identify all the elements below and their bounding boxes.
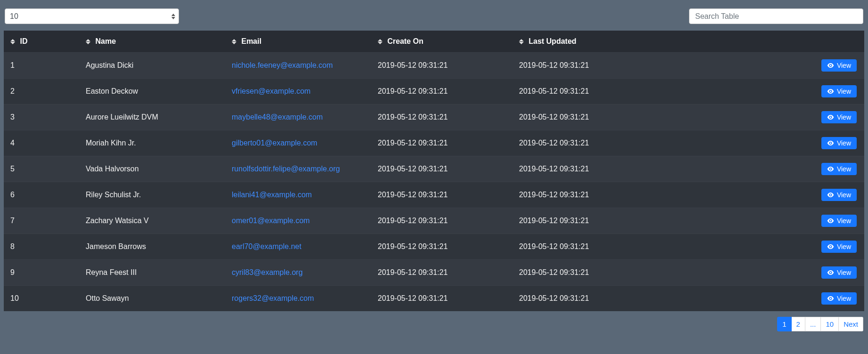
page-size-select[interactable]: 10 bbox=[5, 8, 179, 24]
email-link[interactable]: gilberto01@example.com bbox=[232, 139, 317, 147]
cell-action: View bbox=[654, 182, 864, 208]
page-2[interactable]: 2 bbox=[792, 317, 805, 331]
view-button[interactable]: View bbox=[821, 241, 857, 253]
sort-icon bbox=[232, 39, 236, 44]
view-button[interactable]: View bbox=[821, 163, 857, 175]
view-button[interactable]: View bbox=[821, 215, 857, 227]
svg-point-0 bbox=[830, 64, 831, 66]
page-next[interactable]: Next bbox=[839, 317, 863, 331]
pagination-row: 12...10Next bbox=[4, 317, 864, 331]
cell-created: 2019-05-12 09:31:21 bbox=[371, 208, 512, 234]
cell-email: gilberto01@example.com bbox=[225, 130, 371, 156]
search-input[interactable] bbox=[689, 8, 863, 24]
email-link[interactable]: earl70@example.net bbox=[232, 242, 301, 250]
cell-name: Reyna Feest III bbox=[79, 260, 225, 286]
page-ellipsis: ... bbox=[805, 317, 821, 331]
table-row: 1Agustina Dickinichole.feeney@example.co… bbox=[4, 53, 864, 79]
email-link[interactable]: rogers32@example.com bbox=[232, 294, 314, 302]
svg-point-5 bbox=[830, 194, 831, 195]
cell-id: 10 bbox=[4, 286, 79, 312]
eye-icon bbox=[827, 166, 834, 172]
table-row: 3Aurore Lueilwitz DVMmaybelle48@example.… bbox=[4, 105, 864, 130]
cell-updated: 2019-05-12 09:31:21 bbox=[512, 182, 654, 208]
email-link[interactable]: runolfsdottir.felipe@example.org bbox=[232, 165, 340, 173]
table-row: 5Vada Halvorsonrunolfsdottir.felipe@exam… bbox=[4, 156, 864, 182]
cell-action: View bbox=[654, 130, 864, 156]
cell-name: Moriah Kihn Jr. bbox=[79, 130, 225, 156]
column-header-created[interactable]: Create On bbox=[371, 31, 512, 53]
table-row: 6Riley Schulist Jr.leilani41@example.com… bbox=[4, 182, 864, 208]
view-button[interactable]: View bbox=[821, 111, 857, 123]
svg-point-1 bbox=[830, 90, 831, 92]
email-link[interactable]: leilani41@example.com bbox=[232, 191, 312, 199]
cell-action: View bbox=[654, 105, 864, 130]
cell-created: 2019-05-12 09:31:21 bbox=[371, 130, 512, 156]
email-link[interactable]: omer01@example.com bbox=[232, 217, 310, 225]
cell-updated: 2019-05-12 09:31:21 bbox=[512, 156, 654, 182]
cell-action: View bbox=[654, 53, 864, 79]
email-link[interactable]: maybelle48@example.com bbox=[232, 113, 323, 121]
svg-point-6 bbox=[830, 220, 831, 221]
column-header-id[interactable]: ID bbox=[4, 31, 79, 53]
cell-email: earl70@example.net bbox=[225, 234, 371, 260]
page-10[interactable]: 10 bbox=[821, 317, 839, 331]
cell-email: runolfsdottir.felipe@example.org bbox=[225, 156, 371, 182]
column-header-email[interactable]: Email bbox=[225, 31, 371, 53]
cell-created: 2019-05-12 09:31:21 bbox=[371, 53, 512, 79]
column-header-action bbox=[654, 31, 864, 53]
cell-email: vfriesen@example.com bbox=[225, 79, 371, 105]
cell-id: 3 bbox=[4, 105, 79, 130]
view-button[interactable]: View bbox=[821, 266, 857, 279]
view-button[interactable]: View bbox=[821, 292, 857, 305]
table-row: 2Easton Deckowvfriesen@example.com2019-0… bbox=[4, 79, 864, 105]
email-link[interactable]: vfriesen@example.com bbox=[232, 87, 310, 95]
table-header-row: ID Name Email Create On Last Updated bbox=[4, 31, 864, 53]
eye-icon bbox=[827, 140, 834, 146]
cell-name: Zachary Watsica V bbox=[79, 208, 225, 234]
view-button[interactable]: View bbox=[821, 137, 857, 149]
cell-id: 6 bbox=[4, 182, 79, 208]
cell-id: 1 bbox=[4, 53, 79, 79]
view-button-label: View bbox=[837, 113, 851, 121]
eye-icon bbox=[827, 63, 834, 68]
email-link[interactable]: nichole.feeney@example.com bbox=[232, 61, 333, 69]
view-button-label: View bbox=[837, 88, 851, 95]
svg-point-4 bbox=[830, 168, 831, 169]
cell-action: View bbox=[654, 156, 864, 182]
view-button[interactable]: View bbox=[821, 85, 857, 97]
cell-name: Vada Halvorson bbox=[79, 156, 225, 182]
table-row: 8Jameson Barrowsearl70@example.net2019-0… bbox=[4, 234, 864, 260]
data-table: ID Name Email Create On Last Updated 1Ag… bbox=[4, 31, 864, 311]
cell-email: nichole.feeney@example.com bbox=[225, 53, 371, 79]
cell-id: 4 bbox=[4, 130, 79, 156]
view-button[interactable]: View bbox=[821, 189, 857, 201]
table-row: 7Zachary Watsica Vomer01@example.com2019… bbox=[4, 208, 864, 234]
cell-action: View bbox=[654, 208, 864, 234]
column-header-updated[interactable]: Last Updated bbox=[512, 31, 654, 53]
pagination: 12...10Next bbox=[777, 317, 863, 331]
email-link[interactable]: cyril83@example.org bbox=[232, 268, 303, 276]
cell-name: Riley Schulist Jr. bbox=[79, 182, 225, 208]
eye-icon bbox=[827, 88, 834, 94]
sort-icon bbox=[10, 39, 15, 44]
view-button[interactable]: View bbox=[821, 59, 857, 72]
table-row: 9Reyna Feest IIIcyril83@example.org2019-… bbox=[4, 260, 864, 286]
svg-point-2 bbox=[830, 116, 831, 118]
column-header-updated-label: Last Updated bbox=[528, 37, 576, 45]
cell-name: Otto Sawayn bbox=[79, 286, 225, 312]
column-header-name[interactable]: Name bbox=[79, 31, 225, 53]
cell-action: View bbox=[654, 260, 864, 286]
cell-created: 2019-05-12 09:31:21 bbox=[371, 234, 512, 260]
cell-email: leilani41@example.com bbox=[225, 182, 371, 208]
cell-updated: 2019-05-12 09:31:21 bbox=[512, 130, 654, 156]
cell-updated: 2019-05-12 09:31:21 bbox=[512, 208, 654, 234]
table-row: 4Moriah Kihn Jr.gilberto01@example.com20… bbox=[4, 130, 864, 156]
cell-name: Agustina Dicki bbox=[79, 53, 225, 79]
column-header-created-label: Create On bbox=[387, 37, 423, 45]
eye-icon bbox=[827, 114, 834, 120]
cell-name: Easton Deckow bbox=[79, 79, 225, 105]
cell-created: 2019-05-12 09:31:21 bbox=[371, 105, 512, 130]
cell-created: 2019-05-12 09:31:21 bbox=[371, 286, 512, 312]
page-1[interactable]: 1 bbox=[777, 317, 791, 331]
sort-icon bbox=[86, 39, 90, 44]
